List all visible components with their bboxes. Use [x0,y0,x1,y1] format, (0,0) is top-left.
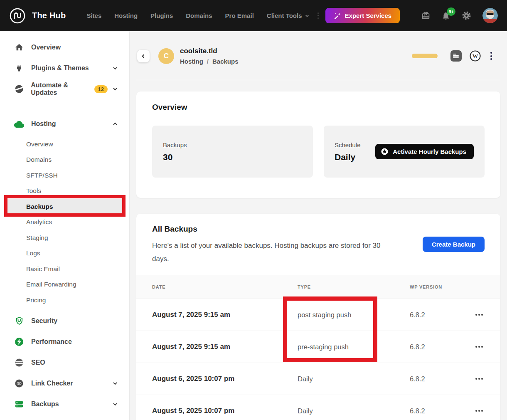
settings-gear-icon[interactable] [462,11,471,20]
hub-logo-icon[interactable] [9,7,26,24]
top-navbar: The Hub Sites Hosting Plugins Domains Pr… [0,0,507,31]
sidebar-subitem-email-forwarding[interactable]: Email Forwarding [0,277,129,293]
nav-hosting[interactable]: Hosting [114,12,138,19]
row-actions-menu-icon[interactable] [474,343,485,350]
backup-date: August 7, 2025 9:15 am [152,343,298,351]
main-content: C coolsite.tld Hosting / Backups W [130,31,507,420]
row-actions-menu-icon[interactable] [474,311,485,318]
navbar-right-cluster: 9+ [421,8,498,23]
sidebar-subitem-sftp-ssh[interactable]: SFTP/SSH [0,168,129,183]
sidebar-item-overview[interactable]: Overview [0,37,129,58]
sidebar-subitem-domains[interactable]: Domains [0,152,129,168]
shield-icon [14,316,24,325]
chevron-down-icon [304,13,310,19]
site-header: C coolsite.tld Hosting / Backups W [130,31,507,65]
sidebar-subitem-tools[interactable]: Tools [0,183,129,199]
sidebar-item-link-checker[interactable]: Link Checker [0,373,129,394]
backup-wp-version: 6.8.2 [410,343,474,351]
notifications-bell-icon[interactable]: 9+ [441,11,450,20]
backup-type: Daily [298,407,410,415]
gift-icon[interactable] [421,11,430,20]
sidebar-bottom-group: Security Performance [0,311,129,415]
status-pill [412,54,438,58]
sidebar-item-label: Link Checker [31,380,73,387]
sidebar-subitem-pricing[interactable]: Pricing [0,292,129,308]
nav-plugins[interactable]: Plugins [150,12,173,19]
link-icon [14,379,24,388]
backups-table-header: DATE TYPE WP VERSION [136,275,500,299]
sidebar-subitem-staging[interactable]: Staging [0,230,129,246]
overview-card-title: Overview [152,103,485,112]
header-divider [136,80,500,80]
expert-services-label: Expert Services [345,12,392,19]
sidebar-item-security[interactable]: Security [0,311,129,331]
sidebar-subitem-overview[interactable]: Overview [0,136,129,152]
activate-hourly-backups-button[interactable]: Activate Hourly Backups [375,144,474,159]
chevron-down-icon [112,65,118,72]
backup-type: pre-staging push [298,343,410,351]
user-avatar[interactable] [482,8,498,23]
expert-services-button[interactable]: Expert Services [325,8,400,23]
plug-icon [14,64,24,72]
sidebar-item-seo[interactable]: SEO [0,352,129,373]
nav-domains[interactable]: Domains [186,12,212,19]
chevron-up-icon [112,121,118,127]
activate-hourly-backups-label: Activate Hourly Backups [393,148,466,155]
backups-stat-value: 30 [163,152,187,162]
sidebar-subitem-backups-active[interactable]: Backups [7,199,122,215]
table-row: August 7, 2025 9:15 am pre-staging push … [136,331,500,363]
sidebar-item-label: Overview [31,44,61,51]
backup-date: August 7, 2025 9:15 am [152,311,298,319]
nav-pro-email[interactable]: Pro Email [225,12,254,19]
overview-card: Overview Backups 30 Schedule Daily [136,91,500,198]
backups-table: DATE TYPE WP VERSION August 7, 2025 9:15… [136,275,500,420]
breadcrumb-hosting[interactable]: Hosting [180,58,203,65]
sidebar-subitem-basic-email[interactable]: Basic Email [0,261,129,277]
schedule-stat-box: Schedule Daily Activate Hourly Backups [324,126,485,178]
sidebar-item-performance[interactable]: Performance [0,331,129,352]
row-actions-menu-icon[interactable] [474,408,485,414]
sidebar-item-backups[interactable]: Backups [0,394,129,415]
backup-type: post staging push [298,311,410,319]
backups-stat-label: Backups [163,141,187,148]
nav-sites[interactable]: Sites [86,12,101,19]
kebab-menu-icon[interactable] [489,50,494,62]
sidebar-divider [0,105,129,105]
row-actions-menu-icon[interactable] [474,376,485,382]
backups-stat-box: Backups 30 [152,126,313,178]
table-row: August 7, 2025 9:15 am post staging push… [136,299,500,331]
home-icon [14,43,24,52]
notes-icon[interactable] [450,50,462,62]
breadcrumb: Hosting / Backups [180,58,239,65]
schedule-stat-value: Daily [335,152,361,162]
backup-date: August 6, 2025 10:07 pm [152,375,298,383]
backup-date: August 5, 2025 10:07 pm [152,407,298,415]
all-backups-header: All Backups Here's a list of your availa… [136,214,500,275]
breadcrumb-backups[interactable]: Backups [212,58,239,65]
hosting-submenu: Overview Domains SFTP/SSH Tools Backups … [0,136,129,308]
svg-text:W: W [473,53,478,59]
create-backup-button[interactable]: Create Backup [423,237,485,252]
sidebar-item-plugins-themes[interactable]: Plugins & Themes [0,58,129,79]
sidebar-item-hosting[interactable]: Hosting [0,114,129,134]
sidebar-subitem-logs[interactable]: Logs [0,246,129,262]
wordpress-icon[interactable]: W [470,50,481,62]
sidebar-item-automate-updates[interactable]: Automate & Updates 12 [0,79,129,99]
backup-type: Daily [298,375,410,383]
back-button[interactable] [137,50,150,62]
cloud-icon [14,121,24,128]
sidebar-subitem-analytics[interactable]: Analytics [0,215,129,230]
backup-wp-version: 6.8.2 [410,375,474,383]
nav-client-tools[interactable]: Client Tools [267,12,310,19]
sidebar: Overview Plugins & Themes Automate & Upd… [0,31,130,420]
brand-title: The Hub [32,11,66,20]
updates-count-badge: 12 [94,85,108,93]
backups-icon [14,400,24,409]
site-header-controls: W [412,50,494,62]
sidebar-item-label: Automate & Updates [31,82,94,96]
backup-wp-version: 6.8.2 [410,407,474,415]
sidebar-item-label: Performance [31,338,72,346]
site-avatar[interactable]: C [158,48,174,64]
primary-nav: Sites Hosting Plugins Domains Pro Email … [86,12,310,19]
sidebar-item-label: Security [31,317,57,325]
